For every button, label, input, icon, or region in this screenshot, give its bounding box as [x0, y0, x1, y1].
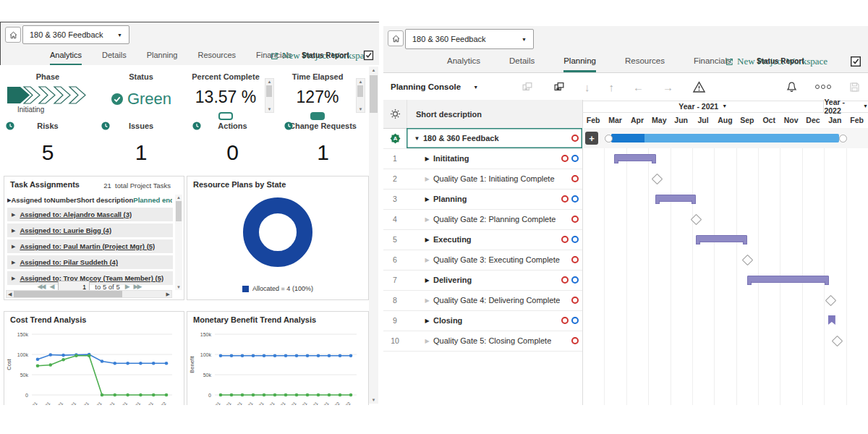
tab-analytics[interactable]: Analytics [447, 51, 480, 72]
row-description-cell[interactable]: ▶Quality Gate 4: Delivering Complete [407, 290, 582, 310]
red-indicator-icon[interactable] [561, 317, 569, 324]
gantt-row-10[interactable]: 10▶Quality Gate 5: Closing Complete [383, 331, 582, 352]
workspace-link[interactable]: New Project Workspace Status Report [270, 50, 373, 61]
tab-resources[interactable]: Resources [625, 51, 665, 72]
col-assigned-to[interactable]: Assigned to [11, 196, 50, 204]
year-group-2021[interactable]: Year - 2021▼ [582, 100, 823, 112]
expand-icon[interactable]: ▶ [422, 297, 432, 304]
bell-icon[interactable] [786, 81, 798, 93]
counter-value[interactable]: 1 [278, 140, 367, 165]
last-page-button[interactable]: ▶▶ [134, 283, 141, 290]
gantt-row-4[interactable]: 4▶Quality Gate 2: Planning Complete [383, 209, 582, 230]
gantt-row-5[interactable]: 5▶Executing [383, 229, 582, 250]
move-down-icon[interactable]: ↓ [584, 81, 590, 93]
task-bar-row-5[interactable] [696, 235, 747, 242]
expand-icon[interactable]: ▶ [422, 216, 432, 223]
expand-icon[interactable]: ▶ [422, 237, 432, 243]
tab-resources[interactable]: Resources [197, 46, 236, 66]
expand-icon[interactable]: ▶ [422, 196, 432, 203]
row-description-cell[interactable]: ▶Delivering [407, 270, 582, 290]
blue-indicator-icon[interactable] [571, 276, 579, 284]
col-number[interactable]: Number [51, 196, 77, 204]
more-options-icon[interactable] [815, 85, 831, 89]
col-planned-end[interactable]: Planned end [133, 196, 172, 204]
add-task-button[interactable]: + [585, 132, 598, 145]
checklist-icon[interactable] [849, 55, 862, 68]
row-description-cell[interactable]: ▶Closing [407, 310, 582, 331]
elapsed-widget-scrollbar[interactable]: ▲▼ [356, 78, 365, 113]
counter-value[interactable]: 5 [0, 140, 95, 165]
col-short-description[interactable]: Short description [77, 196, 134, 204]
task-bar-row-7[interactable] [747, 276, 829, 283]
outdent-icon[interactable]: ← [633, 81, 644, 93]
expand-icon[interactable]: ▶ [422, 176, 432, 182]
expand-icon[interactable]: ▶ [422, 156, 432, 162]
milestone-diamond-row-8[interactable] [825, 295, 836, 307]
red-indicator-icon[interactable] [561, 276, 569, 284]
red-indicator-icon[interactable] [571, 256, 579, 263]
tab-analytics[interactable]: Analytics [50, 46, 82, 66]
gantt-row-7[interactable]: 7▶Delivering [383, 270, 582, 291]
warning-icon[interactable] [692, 80, 706, 94]
blue-indicator-icon[interactable] [571, 236, 579, 243]
blue-indicator-icon[interactable] [571, 317, 579, 324]
insert-above-icon[interactable] [521, 80, 534, 93]
task-group-row[interactable]: ▶Assigned to: Alejandro Mascall (3) [7, 208, 173, 221]
tab-details[interactable]: Details [102, 46, 127, 66]
tab-planning[interactable]: Planning [147, 46, 178, 66]
grid-settings-cell[interactable] [383, 100, 407, 128]
gantt-row-project[interactable]: A▼180 & 360 Feedback [383, 128, 582, 149]
project-selector[interactable]: 180 & 360 Feedback ▼ [22, 25, 129, 44]
counter-value[interactable]: 0 [187, 140, 278, 165]
row-description-cell[interactable]: ▶Quality Gate 3: Executing Complete [407, 250, 582, 270]
short-description-header[interactable]: Short description [407, 100, 582, 128]
row-description-cell[interactable]: ▼180 & 360 Feedback [407, 128, 582, 148]
row-description-cell[interactable]: ▶Quality Gate 5: Closing Complete [407, 331, 582, 351]
blue-indicator-icon[interactable] [571, 195, 579, 203]
red-indicator-icon[interactable] [561, 195, 569, 203]
row-description-cell[interactable]: ▶Inititating [407, 148, 582, 169]
expand-icon[interactable]: ▶ [422, 257, 432, 263]
task-group-row[interactable]: ▶Assigned to: Pilar Suddeth (4) [7, 255, 173, 269]
row-description-cell[interactable]: ▶Planning [407, 189, 582, 209]
first-page-button[interactable]: ◀◀ [38, 283, 45, 290]
expand-icon[interactable]: ▶ [422, 318, 432, 324]
row-description-cell[interactable]: ▶Executing [407, 229, 582, 250]
indent-icon[interactable]: → [663, 81, 673, 93]
task-flag-row-9[interactable] [828, 315, 835, 325]
collapse-icon[interactable]: ▼ [412, 135, 422, 142]
milestone-diamond-row-10[interactable] [832, 336, 843, 347]
red-indicator-icon[interactable] [561, 155, 569, 162]
prev-page-button[interactable]: ◀ [49, 283, 53, 290]
workspace-link[interactable]: New Project Workspace Status Report [725, 56, 827, 67]
project-summary-bar[interactable] [611, 134, 839, 142]
console-selector[interactable]: Planning Console ▼ [391, 73, 478, 101]
task-group-row[interactable]: ▶Assigned to: Laurie Bigg (4) [7, 224, 173, 237]
project-selector[interactable]: 180 & 360 Feedback ▼ [405, 29, 534, 49]
percent-widget-scrollbar[interactable]: ▲▼ [265, 78, 274, 113]
end-drag-handle[interactable] [839, 135, 847, 142]
left-panel-scrollbar[interactable]: ▲ ▼ [369, 67, 378, 404]
task-bar-row-3[interactable] [655, 195, 696, 202]
milestone-diamond-row-2[interactable] [652, 174, 663, 185]
year-group-2022[interactable]: Year - 2022▼ [823, 100, 868, 112]
gantt-row-1[interactable]: 1▶Inititating [383, 148, 582, 169]
checklist-icon[interactable] [362, 49, 375, 61]
red-indicator-icon[interactable] [571, 337, 579, 344]
gantt-row-3[interactable]: 3▶Planning [383, 189, 582, 210]
gantt-row-6[interactable]: 6▶Quality Gate 3: Executing Complete [383, 250, 582, 271]
red-indicator-icon[interactable] [561, 236, 569, 243]
counter-value[interactable]: 1 [95, 140, 187, 165]
insert-below-icon[interactable] [553, 80, 566, 93]
expand-icon[interactable]: ▶ [422, 338, 432, 344]
next-page-button[interactable]: ▶ [125, 283, 129, 290]
move-up-icon[interactable]: ↑ [609, 81, 615, 93]
home-button[interactable] [388, 30, 404, 46]
row-description-cell[interactable]: ▶Quality Gate 1: Initiating Complete [407, 169, 582, 189]
milestone-diamond-row-6[interactable] [742, 255, 754, 266]
save-icon[interactable] [848, 81, 861, 93]
gantt-row-2[interactable]: 2▶Quality Gate 1: Initiating Complete [383, 169, 582, 190]
gantt-row-9[interactable]: 9▶Closing [383, 310, 582, 331]
tab-details[interactable]: Details [509, 51, 535, 72]
task-assignments-horizontal-scrollbar[interactable]: ◀▶ [6, 290, 172, 298]
